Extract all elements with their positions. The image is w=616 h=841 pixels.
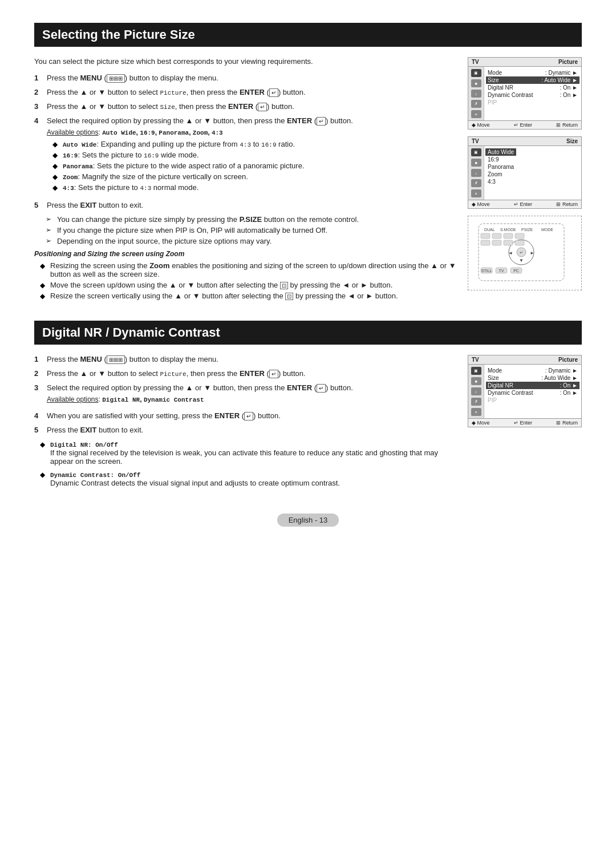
menu-row-size: Size : Auto Wide ► <box>486 76 579 84</box>
page-footer: English - 13 <box>34 514 582 527</box>
step1-5-content: Press the EXIT button to exit. <box>47 201 456 209</box>
footer3-return: ⊞ Return <box>556 420 578 426</box>
diamond-icon: ◆ <box>52 151 59 159</box>
zoom-bullet1: ◆ Resizing the screen using the Zoom ena… <box>40 261 456 278</box>
size-16-9: 16:9 <box>488 156 514 163</box>
tv-label2: TV <box>472 138 479 144</box>
tv-icon-active: ▣ <box>471 69 481 77</box>
svg-text:MODE: MODE <box>541 228 553 232</box>
tv-icon2-4: ≡ <box>471 189 481 197</box>
size-label: Size <box>566 138 578 144</box>
step1-1-num: 1 <box>34 74 42 82</box>
sidebar2: TV Picture ▣ ■ ♪ ✗ ≡ Mode : Dynamic ► <box>468 355 582 434</box>
footer3-move: ◆ Move <box>472 420 490 426</box>
tv-icon3: ✗ <box>471 100 481 108</box>
svg-text:STILL: STILL <box>481 269 492 273</box>
tv-icon4: ≡ <box>471 110 481 118</box>
arrow-icon: ➢ <box>46 237 54 245</box>
remote-control: ▲ ▼ ◄ ► DUAL S.MODE PSIZE MODE <box>468 216 582 290</box>
bullet1-2: ◆ 16:9: Sets the picture to 16:9 wide mo… <box>52 151 456 159</box>
menu3-row-mode: Mode : Dynamic ► <box>488 367 578 374</box>
menu3-row-pip: PIP <box>488 397 578 404</box>
tv-panel2-footer: ◆ Move ↵ Enter ⊞ Return <box>468 200 581 208</box>
step2-5: 5 Press the EXIT button to exit. <box>34 426 456 434</box>
step2-2: 2 Press the ▲ or ▼ button to select Pict… <box>34 369 456 378</box>
step1-5: 5 Press the EXIT button to exit. <box>34 201 456 209</box>
tv-panel2: TV Size ▣ ■ ♪ ✗ ≡ Auto Wide 16:9 Panoram… <box>468 136 582 209</box>
arrow-icon: ➢ <box>46 226 54 234</box>
tv-panel1-content: Mode : Dynamic ► Size : Auto Wide ► Digi… <box>484 67 581 120</box>
options2: Available options: Digital NR, Dynamic C… <box>47 395 456 403</box>
section1-intro: You can select the picture size which be… <box>34 57 456 66</box>
footer2-enter: ↵ Enter <box>514 201 532 207</box>
size-list: Auto Wide 16:9 Panorama Zoom 4:3 <box>484 146 517 200</box>
svg-text:PC: PC <box>513 269 519 273</box>
remote-svg: ▲ ▼ ◄ ► DUAL S.MODE PSIZE MODE <box>473 221 570 284</box>
step2-5-content: Press the EXIT button to exit. <box>47 426 456 434</box>
note-list1: ➢ You can change the picture size simply… <box>46 215 456 245</box>
diamond-icon: ◆ <box>40 281 47 289</box>
step2-1: 1 Press the MENU (⊞⊞⊞) button to display… <box>34 355 456 363</box>
step1-1: 1 Press the MENU (⊞⊞⊞) button to display… <box>34 74 456 82</box>
size-4-3: 4:3 <box>488 178 514 185</box>
menu-row-mode: Mode : Dynamic ► <box>488 69 578 76</box>
footer-enter: ↵ Enter <box>514 122 532 128</box>
footer-badge: English - 13 <box>277 514 339 527</box>
step1-3-content: Press the ▲ or ▼ button to select Size, … <box>47 102 456 111</box>
dnr-text: If the signal received by the television… <box>50 448 456 466</box>
bullet-list1: ◆ Auto Wide: Expanding and pulling up th… <box>52 140 456 192</box>
step1-2: 2 Press the ▲ or ▼ button to select Pict… <box>34 88 456 96</box>
dnr-list: ◆ Digital NR: On/Off If the signal recei… <box>40 440 456 487</box>
picture-label: Picture <box>558 59 578 65</box>
picture-label3: Picture <box>558 357 578 363</box>
tv-label3: TV <box>472 357 479 363</box>
dnr-heading: Digital NR: On/Off <box>50 440 456 448</box>
menu-row-dnr: Digital NR : On ► <box>488 84 578 91</box>
tv-icon-active2: ▣ <box>471 148 481 156</box>
step1-5-num: 5 <box>34 201 42 209</box>
tv-icon3-2: ♪ <box>471 387 481 395</box>
step1-4: 4 Select the required option by pressing… <box>34 116 456 195</box>
tv-icons2: ▣ ■ ♪ ✗ ≡ <box>468 146 484 200</box>
arrow-icon: ➢ <box>46 215 54 223</box>
svg-text:PSIZE: PSIZE <box>521 228 533 232</box>
note1-1: ➢ You can change the picture size simply… <box>46 215 456 224</box>
tv-icon2-2: ♪ <box>471 169 481 177</box>
svg-text:◄: ◄ <box>508 250 513 256</box>
size-panorama: Panorama <box>488 163 514 171</box>
svg-text:▼: ▼ <box>519 258 524 263</box>
footer2-return: ⊞ Return <box>556 201 578 207</box>
footer3-enter: ↵ Enter <box>514 420 532 426</box>
svg-rect-10 <box>481 233 490 238</box>
step2-5-num: 5 <box>34 426 42 434</box>
menu3-row-size: Size : Auto Wide ► <box>488 374 578 382</box>
tv-icon2: ♪ <box>471 90 481 98</box>
bullet1-3: ◆ Panorama: Sets the picture to the wide… <box>52 161 456 170</box>
dc-text: Dynamic Contrast detects the visual sign… <box>50 479 340 487</box>
tv-icon3-4: ≡ <box>471 408 481 416</box>
menu-row-dc: Dynamic Contrast : On ► <box>488 91 578 99</box>
section2-body: 1 Press the MENU (⊞⊞⊞) button to display… <box>34 355 582 491</box>
size-zoom: Zoom <box>488 171 514 178</box>
step1-3: 3 Press the ▲ or ▼ button to select Size… <box>34 102 456 111</box>
step2-2-content: Press the ▲ or ▼ button to select Pictur… <box>47 369 456 378</box>
tv-panel1-footer: ◆ Move ↵ Enter ⊞ Return <box>468 120 581 129</box>
section2-title: Digital NR / Dynamic Contrast <box>34 321 582 345</box>
step1-4-num: 4 <box>34 116 42 125</box>
zoom-heading: Positioning and Sizing the screen using … <box>34 250 456 258</box>
menu3-row-dc: Dynamic Contrast : On ► <box>488 389 578 397</box>
tv-icon3-3: ✗ <box>471 398 481 406</box>
tv-panel3: TV Picture ▣ ■ ♪ ✗ ≡ Mode : Dynamic ► <box>468 355 582 427</box>
dc-heading: Dynamic Contrast: On/Off <box>50 470 340 479</box>
diamond-icon: ◆ <box>52 162 59 170</box>
diamond-icon: ◆ <box>40 292 47 300</box>
note1-2: ➢ If you change the picture size when PI… <box>46 226 456 234</box>
tv-panel1: TV Picture ▣ ■ ♪ ✗ ≡ Mode : Dynamic ► <box>468 57 582 130</box>
tv-icon2-3: ✗ <box>471 179 481 187</box>
tv-panel1-header: TV Picture <box>468 58 581 67</box>
bullet1-5: ◆ 4:3: Sets the picture to 4:3 normal mo… <box>52 183 456 192</box>
svg-rect-15 <box>492 240 501 245</box>
step1-3-num: 3 <box>34 102 42 111</box>
menu3-row-dnr: Digital NR : On ► <box>486 382 579 389</box>
tv-panel3-content: Mode : Dynamic ► Size : Auto Wide ► Digi… <box>484 365 581 418</box>
